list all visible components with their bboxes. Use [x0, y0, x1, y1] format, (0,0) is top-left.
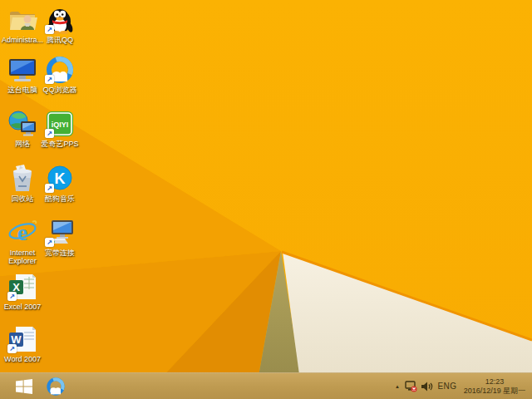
clock-date: 2016/12/19 星期一: [464, 387, 526, 396]
shortcut-arrow-icon: ↗: [7, 344, 17, 353]
clock[interactable]: 12:23 2016/12/19 星期一: [460, 373, 532, 399]
network-status-icon[interactable]: [403, 373, 419, 399]
shortcut-arrow-icon: ↗: [45, 25, 54, 34]
iqiyi-icon: iQIYI ↗: [45, 110, 75, 138]
system-tray: ▲ ENG 12:23 2016/12/19 星期一: [392, 373, 532, 399]
taskbar-qq-browser-button[interactable]: [42, 373, 70, 399]
shortcut-arrow-icon: ↗: [45, 75, 54, 84]
desktop-icon-tencent-qq[interactable]: ↗ 腾讯QQ: [37, 6, 82, 44]
computer-icon: [7, 56, 37, 84]
language-indicator[interactable]: ENG: [435, 373, 460, 399]
icon-label: Word 2007: [0, 355, 45, 363]
shortcut-arrow-icon: ↗: [45, 238, 54, 247]
icon-label: 宽带连接: [37, 249, 82, 257]
icon-label: 腾讯QQ: [37, 36, 82, 44]
taskbar: ▲ ENG 12:23 2016/12/19 星期一: [0, 372, 532, 399]
qq-browser-icon: [46, 377, 66, 397]
icon-label: 酷狗音乐: [37, 195, 82, 203]
icon-label: QQ浏览器: [37, 86, 82, 94]
start-button[interactable]: [7, 373, 42, 399]
administrator-folder-icon: [7, 6, 37, 34]
windows-logo-icon: [16, 379, 32, 394]
qq-penguin-icon: ↗: [45, 6, 75, 34]
volume-icon[interactable]: [419, 373, 435, 399]
excel-icon: X ↗: [7, 273, 37, 301]
show-hidden-icons-button[interactable]: ▲: [392, 373, 403, 399]
kugou-icon: K ↗: [45, 165, 75, 193]
qq-browser-icon: ↗: [45, 56, 75, 84]
svg-text:iQIYI: iQIYI: [52, 121, 69, 129]
word-icon: W ↗: [7, 325, 37, 353]
shortcut-arrow-icon: ↗: [45, 184, 54, 193]
desktop-icon-broadband[interactable]: ↗ 宽带连接: [37, 219, 82, 257]
svg-text:K: K: [55, 170, 66, 187]
clock-time: 12:23: [464, 377, 526, 387]
recycle-bin-icon: [7, 165, 37, 193]
desktop-icon-iqiyi-pps[interactable]: iQIYI ↗ 爱奇艺PPS: [37, 110, 82, 148]
internet-explorer-icon: e: [7, 219, 37, 247]
shortcut-arrow-icon: ↗: [45, 129, 54, 138]
desktop-icon-kugou-music[interactable]: K ↗ 酷狗音乐: [37, 165, 82, 203]
desktop-icon-word-2007[interactable]: W ↗ Word 2007: [0, 325, 45, 363]
broadband-connection-icon: ↗: [45, 219, 75, 247]
icon-label: Excel 2007: [0, 303, 45, 311]
icon-label: 爱奇艺PPS: [37, 140, 82, 148]
network-globe-icon: [7, 110, 37, 138]
shortcut-arrow-icon: ↗: [7, 292, 17, 301]
desktop-icon-excel-2007[interactable]: X ↗ Excel 2007: [0, 273, 45, 311]
desktop-icon-qq-browser[interactable]: ↗ QQ浏览器: [37, 56, 82, 94]
